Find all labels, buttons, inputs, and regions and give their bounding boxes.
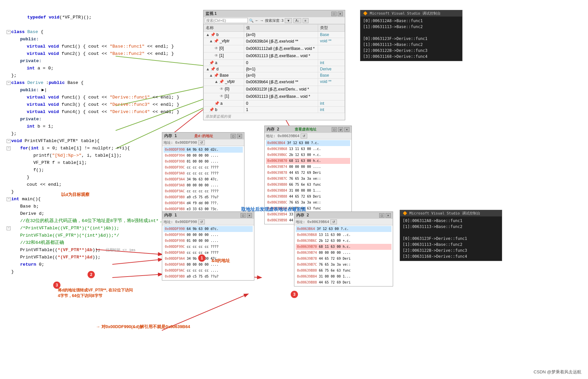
collapse-button-3[interactable]: − [7, 139, 11, 143]
watch-window-titlebar: 监视 1 □ × [203, 10, 345, 17]
code-line-10: public: ▶| [7, 87, 195, 94]
mem2-bot-refresh[interactable]: ↺ [330, 219, 337, 224]
console-line: [0]:006312A8->Base::func1 [403, 218, 499, 224]
collapse-button-5[interactable]: − [7, 197, 11, 201]
add-watch-label: 添加要监视的项 [203, 113, 345, 120]
mem-row: 0x00DDF9A4 34 9b 63 00 47c. [164, 176, 243, 182]
console2-titlebar: 🔶 Microsoft Visual Studio 调试控制台 [400, 210, 502, 216]
console-line: [1]:00631113->Base::func2 [403, 224, 499, 230]
console-window-1-top: 🔶 Microsoft Visual Studio 调试控制台 [0]:0063… [360, 10, 462, 61]
collapse-button-4[interactable]: − [7, 146, 11, 150]
mem-row: 0x00DDF9B0 a9 c5 75 d5 ??u? [164, 274, 253, 280]
mem-row: 0x00639B88 44 65 72 69 Deri [296, 280, 391, 285]
pin-button[interactable]: □ [331, 12, 337, 16]
collapse-button-6[interactable]: − [7, 226, 11, 230]
col-value: 值 [244, 24, 318, 32]
expand-btn[interactable]: ≡ [303, 18, 309, 23]
watch-row-1-d: 👁[1] 0x00631113 {多态.exe!Base... void * [204, 93, 345, 100]
code-line-3: public: [7, 36, 195, 43]
depth-label: 搜索深度: 3 [265, 18, 283, 23]
pin-btn-3[interactable]: □ [240, 213, 246, 218]
close-button[interactable]: × [338, 12, 343, 16]
watch-window-1: 监视 1 □ × 🔍 ← → 搜索深度: 3 ▼ A↓ ≡ 名称 值 类型 ▲📌… [203, 10, 345, 120]
code-line-11: virtual void func1() { cout << "Derive::… [7, 94, 195, 101]
mem-row: 0x00DDF9A8 00 00 00 00 .... [164, 182, 243, 188]
code-line-15: int b = 1; [7, 123, 195, 130]
code-line-2: − class Base { [7, 28, 195, 36]
mem-row: 0x00639B6C 2b 12 63 00 +.c. [266, 152, 350, 158]
mem-refresh-btn[interactable]: ↺ [198, 140, 205, 145]
mem-row: 0x00639B70 68 11 63 00 h.c. [296, 244, 391, 250]
code-line-8: }; [7, 72, 195, 79]
mem-row: 0x00DDF998 01 00 00 00 .... [164, 159, 243, 165]
mem-row: 0x00639B74 00 00 00 00 .... [266, 164, 350, 170]
mem2-top-title: 内存 2 [267, 127, 279, 132]
console-line: [1]:00631113->Base::func2 [363, 42, 459, 48]
mem1-bot-toolbar: 地址: 0x00DDF990 ↺ [162, 219, 254, 225]
circle-1: 1 [198, 254, 205, 262]
watch-row-base: ▲📌Base {a=0} Base [204, 72, 345, 79]
console1-title: 🔶 Microsoft Visual Studio 调试控制台 [363, 11, 441, 16]
watch-row-vfptr1: ▲📌_vfptr 0x00639b34 {多态.exe!void ** void… [204, 38, 345, 45]
mem-row: 0x00639B68 13 11 63 00 ..c. [296, 232, 391, 238]
search-input[interactable] [205, 18, 248, 23]
console-line: [1]:00631113->Base::func2 [363, 24, 459, 30]
win-controls: □ × [231, 134, 242, 138]
mem-row: 0x00DDF9A4 34 9b 63 00 47c. [164, 256, 253, 262]
mem-row: 0x00639B70 68 11 63 00 h.c. [266, 158, 350, 164]
format-btn[interactable]: A↓ [293, 18, 301, 23]
mem-row: 0x00DDF9AC cc cc cc cc ???? [164, 188, 243, 194]
depth-btn[interactable]: ▼ [285, 18, 292, 23]
window-controls: □ × [331, 12, 343, 16]
watch-row-d: ▲📌d {b=1} Derive [204, 66, 345, 72]
collapse-button-2[interactable]: − [7, 81, 11, 85]
collapse-button[interactable]: − [7, 30, 11, 34]
mem-row: 0x00DDF990 64 9b 63 00 d2c. [164, 147, 243, 153]
mem-row: 0x00639B6C 2b 12 63 00 +.c. [296, 238, 391, 244]
console-line: [1]:00631113->Base::func2 [403, 242, 499, 247]
mem2-bot-addr: 地址: 0x00639B64 [296, 219, 329, 224]
circle-2: 2 [88, 271, 95, 278]
mem-row: 0x00639B8C 76 65 3a 3a ve:: [266, 200, 350, 206]
mem1-top-title: 内存 1 [164, 133, 177, 139]
watch-window-title: 监视 1 [205, 11, 217, 17]
console-line [403, 230, 499, 236]
console1-content: [0]:006312A8->Base::func1 [1]:00631113->… [360, 17, 462, 61]
console1-titlebar: 🔶 Microsoft Visual Studio 调试控制台 [360, 10, 462, 17]
mem-row: 0x0063B64 3f 12 63 00 ?.c. [266, 140, 350, 146]
mem-row: 0x00639B80 66 75 6e 63 func [296, 268, 391, 274]
close-btn2[interactable]: × [344, 127, 349, 132]
watch-row-a: 📌a 0 int [204, 60, 345, 66]
pin-btn-4[interactable]: □ [379, 213, 385, 218]
console2-content: [0]:006312A8->Base::func1 [1]:00631113->… [400, 216, 502, 261]
mem1-addr-annotation: 是d:的地址 [194, 133, 213, 138]
mem-row: 0x00639B78 44 65 72 69 Deri [296, 256, 391, 262]
memory-window-2-bottom: 内存 2 □ × 地址: 0x00639B64 ↺ 0x0063B64 3f 1… [294, 211, 393, 286]
mem2-go-btn[interactable]: ↺ [301, 133, 307, 138]
close-btn[interactable]: × [237, 134, 242, 138]
code-line-14: private: [7, 116, 195, 123]
mem2-addr-label: 地址: 0x00639B64 [266, 133, 299, 138]
pin-btn[interactable]: □ [231, 134, 236, 138]
console2-title: 🔶 Microsoft Visual Studio 调试控制台 [403, 211, 480, 216]
console-line: [2]:0063122B->Derive::func3 [363, 48, 459, 54]
mem2-bot-toolbar: 地址: 0x00639B64 ↺ [294, 219, 393, 225]
refresh-btn2[interactable]: ↺ [338, 127, 343, 132]
mem2-bot-title: 内存 2 [296, 212, 309, 218]
close-btn-4[interactable]: × [386, 213, 391, 218]
close-btn-3[interactable]: × [247, 213, 252, 218]
code-line-12: virtual void func3() { cout << "Derive::… [7, 101, 195, 108]
mem-row: 0x00639B84 31 00 00 00 1... [296, 274, 391, 280]
mem-row: 0x00DDF9A0 cc cc cc ce ???? [164, 250, 253, 256]
mem1-bot-addr: 地址: 0x00DDF990 [164, 219, 197, 224]
mem1-bot-refresh[interactable]: ↺ [198, 219, 205, 224]
code-line-9: − class Derive :public Base { [7, 79, 195, 87]
mem-row: 0x00DDF994 00 00 00 00 .... [164, 232, 253, 238]
mem-row: 0x0063B64 3f 12 63 00 ?.c. [296, 226, 391, 232]
mem-row: 0x00DDF990 64 9b 63 00 d?c. [164, 226, 253, 232]
pin-btn2[interactable]: □ [332, 127, 337, 132]
mem2-bot-titlebar: 内存 2 □ × [294, 212, 393, 219]
console-line: [0]:006312A8->Base::func1 [363, 18, 459, 24]
mem-row: 0x00639B88 44 65 72 69 Deri [266, 194, 350, 200]
win-controls-4: □ × [379, 213, 391, 218]
